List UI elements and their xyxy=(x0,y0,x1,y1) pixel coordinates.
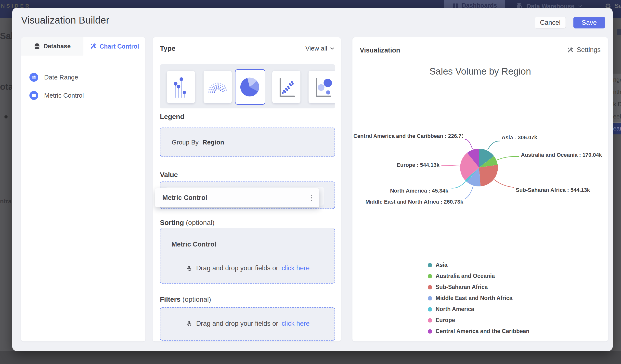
hand-tap-icon xyxy=(185,265,193,272)
drag-drop-text: Drag and drop your fields or xyxy=(196,264,278,272)
pie-leader-line-5 xyxy=(442,165,459,166)
legend-label: North America xyxy=(436,306,474,312)
builder-panel: Type View all xyxy=(153,37,341,341)
legend-item-3[interactable]: Middle East and North Africa xyxy=(428,293,530,304)
visualization-panel: Visualization Settings Sales Volume by R… xyxy=(352,37,608,341)
legend-label: Sub-Saharan Africa xyxy=(436,284,488,290)
chart-type-scatter[interactable] xyxy=(272,71,300,103)
save-button[interactable]: Save xyxy=(573,17,605,28)
modal-title: Visualization Builder xyxy=(21,15,109,26)
pie-label-2: Sub-Saharan Africa : 544.13k xyxy=(516,186,590,194)
control-item-label: Metric Control xyxy=(44,92,84,99)
chart-type-arc-dots[interactable] xyxy=(204,71,232,103)
pie-label-4: North America : 45.34k xyxy=(390,187,448,194)
legend-label: Asia xyxy=(436,262,448,268)
chart-type-pie[interactable] xyxy=(235,69,265,105)
chevron-down-icon xyxy=(329,46,335,52)
click-here-link[interactable]: click here xyxy=(282,264,310,272)
backdrop-menu-item[interactable]: eek xyxy=(613,110,621,123)
nav-settings-label: Se xyxy=(615,2,621,10)
legend-label: Middle East and North Africa xyxy=(436,295,513,301)
chart-type-strip xyxy=(160,64,335,108)
visualization-builder-modal: Visualization Builder Cancel Save Databa… xyxy=(12,8,613,351)
filters-heading: Filters (optional) xyxy=(160,295,211,303)
panel-tabs: Database Chart Control xyxy=(21,37,145,55)
legend-dot xyxy=(428,307,432,312)
chart-legend: AsiaAustralia and OceaniaSub-Saharan Afr… xyxy=(428,260,530,337)
legend-item-1[interactable]: Australia and Oceania xyxy=(428,271,530,282)
backdrop-menu-item[interactable]: ear xyxy=(613,123,621,134)
pie-leader-line-3 xyxy=(466,186,473,198)
backdrop-menu-item[interactable]: k D xyxy=(613,98,621,110)
legend-label: Central America and the Caribbean xyxy=(436,328,530,335)
backdrop-headline-fragment: Sal xyxy=(0,31,12,41)
sliders-icon xyxy=(29,73,38,82)
pie-leader-line-2 xyxy=(494,180,514,187)
pie-leader-line-0 xyxy=(488,141,500,150)
legend-dot xyxy=(428,285,432,289)
pie-label-3: Middle East and North Africa : 260.73k xyxy=(365,198,463,206)
database-icon xyxy=(34,43,40,50)
tab-chart-control-label: Chart Control xyxy=(100,43,139,50)
legend-dot xyxy=(428,263,432,267)
pie-label-1: Australia and Oceania : 170.04k xyxy=(521,151,602,159)
value-field-label: Metric Control xyxy=(162,194,207,202)
tools-icon xyxy=(90,43,97,50)
pie-label-0: Asia : 306.07k xyxy=(501,134,537,141)
legend-label: Australia and Oceania xyxy=(436,273,495,279)
sorting-heading: Sorting (optional) xyxy=(160,219,215,227)
drag-drop-text: Drag and drop your fields or xyxy=(196,320,278,328)
pie-label-6: Central America and the Caribbean : 226.… xyxy=(353,132,463,140)
backdrop-menu-item[interactable]: nge xyxy=(613,74,621,86)
legend-item-5[interactable]: Europe xyxy=(428,315,530,326)
scatter-chart-icon xyxy=(277,74,296,101)
backdrop-button-fragment xyxy=(617,29,621,35)
value-field-dragging-card[interactable]: Metric Control xyxy=(155,188,319,207)
legend-item-6[interactable]: Central America and the Caribbean xyxy=(428,326,530,337)
type-heading: Type xyxy=(160,45,175,52)
backdrop-menu-item[interactable]: nth xyxy=(613,86,621,98)
legend-dot xyxy=(428,318,432,323)
group-by-label[interactable]: Group By xyxy=(172,139,199,146)
kebab-menu-icon[interactable] xyxy=(310,195,312,201)
chart-type-lollipop[interactable] xyxy=(167,71,195,103)
chart-type-bubble[interactable] xyxy=(309,71,335,103)
click-here-link[interactable]: click here xyxy=(282,320,310,328)
tab-chart-control[interactable]: Chart Control xyxy=(83,37,145,55)
legend-item-0[interactable]: Asia xyxy=(428,260,530,271)
filters-drop-zone[interactable]: Drag and drop your fields or click here xyxy=(160,307,335,341)
bubble-chart-icon xyxy=(313,74,332,101)
legend-label: Europe xyxy=(436,317,455,324)
group-by-value: Region xyxy=(203,139,224,146)
lollipop-chart-icon xyxy=(172,74,190,101)
control-source-panel: Database Chart Control Date RangeMetric … xyxy=(21,37,145,341)
hand-tap-icon xyxy=(185,320,193,328)
arc-dots-chart-icon xyxy=(208,74,227,101)
view-all-button[interactable]: View all xyxy=(305,45,335,52)
sorting-drop-zone[interactable]: Metric Control Drag and drop your fields… xyxy=(160,228,335,284)
legend-dot xyxy=(428,329,432,334)
sliders-icon xyxy=(29,91,38,100)
app-root: NSIDER Dashboards Data Warehouse Se Sal … xyxy=(0,0,621,364)
legend-item-4[interactable]: North America xyxy=(428,304,530,315)
legend-heading: Legend xyxy=(160,113,184,121)
legend-drop-zone[interactable]: Group By Region xyxy=(160,128,335,157)
pie-label-5: Europe : 544.13k xyxy=(397,161,440,169)
pie-leader-line-1 xyxy=(497,156,519,160)
control-item-list: Date RangeMetric Control xyxy=(21,68,145,104)
cancel-button[interactable]: Cancel xyxy=(535,17,566,28)
sorting-drag-drop-row: Drag and drop your fields or click here xyxy=(160,264,335,272)
tab-database-label: Database xyxy=(43,43,71,50)
control-item-date-range[interactable]: Date Range xyxy=(21,68,145,86)
legend-dot xyxy=(428,296,432,300)
legend-item-2[interactable]: Sub-Saharan Africa xyxy=(428,282,530,293)
pie-slice-2[interactable] xyxy=(479,165,498,186)
pie-leader-line-4 xyxy=(450,182,466,188)
pie-chart-icon xyxy=(240,73,260,102)
tab-database[interactable]: Database xyxy=(21,37,83,55)
control-item-metric-control[interactable]: Metric Control xyxy=(21,86,145,104)
backdrop-bullet xyxy=(4,115,8,119)
backdrop-subhead-fragment: ota xyxy=(0,82,12,92)
view-all-label: View all xyxy=(305,45,327,52)
backdrop-dropdown-menu: ngenthk Deekear xyxy=(613,74,621,134)
